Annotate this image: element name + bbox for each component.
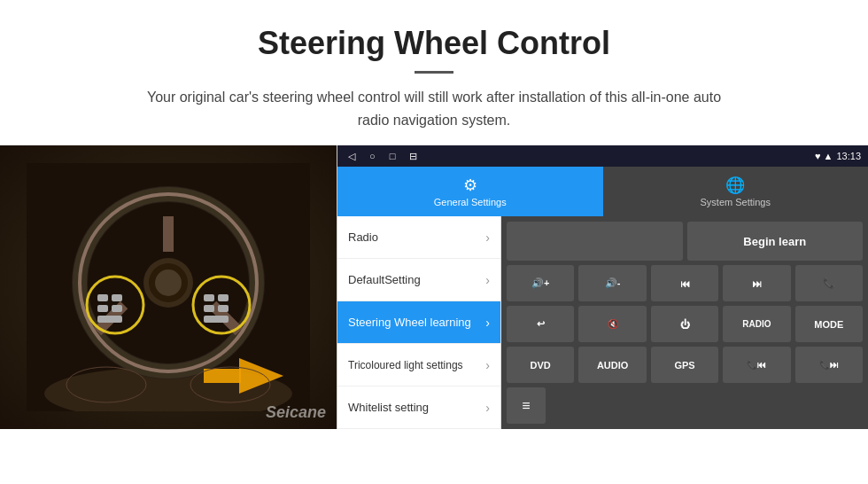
page-header: Steering Wheel Control Your original car… [0,0,868,145]
left-menu: Radio › DefaultSetting › Steering Wheel … [337,216,501,429]
tab-bar: ⚙ General Settings 🌐 System Settings [337,167,868,216]
seicane-watermark: Seicane [266,403,326,422]
tab-system-settings-label: System Settings [701,197,771,207]
menu-item-steering-wheel[interactable]: Steering Wheel learning › [337,301,500,344]
menu-item-whitelist-label: Whitelist setting [348,401,429,414]
menu-item-radio-label: Radio [348,230,378,244]
svg-rect-15 [97,305,108,312]
svg-rect-19 [218,294,229,301]
svg-rect-17 [97,316,122,323]
nav-back-icon[interactable]: ◁ [348,151,355,162]
menu-item-whitelist[interactable]: Whitelist setting › [337,386,500,429]
menu-item-default-chevron: › [485,273,490,287]
phone-button[interactable]: 📞 [795,265,863,301]
title-divider [415,71,453,74]
return-button[interactable]: ↩ [507,306,574,342]
menu-icon-button[interactable]: ≡ [507,387,546,424]
menu-item-steering-chevron: › [485,316,490,330]
tab-system-settings[interactable]: 🌐 System Settings [603,167,869,216]
general-settings-icon: ⚙ [463,176,477,195]
vol-up-button[interactable]: 🔊+ [507,265,574,301]
svg-rect-13 [97,294,108,301]
page-subtitle: Your original car's steering wheel contr… [133,86,735,131]
tab-general-settings-label: General Settings [434,197,507,207]
button-row-4: ≡ [507,387,863,424]
svg-point-10 [155,269,182,296]
menu-item-steering-label: Steering Wheel learning [348,316,471,329]
prev-track-button[interactable]: ⏮ [651,265,718,301]
menu-item-default-setting[interactable]: DefaultSetting › [337,259,500,301]
svg-rect-24 [204,369,241,383]
main-area: Radio › DefaultSetting › Steering Wheel … [337,216,868,429]
status-bar: ◁ ○ □ ⊟ ♥ ▲ 13:13 [337,145,868,167]
nav-home-icon[interactable]: ○ [369,151,376,161]
mode-button[interactable]: MODE [795,306,863,342]
radio-button[interactable]: RADIO [723,306,790,342]
steering-image: Seicane [0,145,337,429]
svg-rect-20 [204,305,214,312]
begin-learn-button[interactable]: Begin learn [687,222,864,261]
mute-button[interactable]: 🔇 [578,306,646,342]
svg-rect-16 [112,305,122,312]
system-settings-icon: 🌐 [725,176,745,195]
page-title: Steering Wheel Control [18,25,850,62]
right-panel: Begin learn 🔊+ 🔊- ⏮ ⏭ 📞 ↩ 🔇 ⏻ RADIO MODE [501,216,868,429]
main-content: Seicane ◁ ○ □ ⊟ ♥ ▲ 13:13 ⚙ General Sett… [0,145,868,429]
gps-button[interactable]: GPS [651,347,718,383]
svg-rect-14 [112,294,122,301]
menu-item-default-label: DefaultSetting [348,273,421,286]
phone-prev-button[interactable]: 📞⏮ [723,347,790,383]
android-ui: ◁ ○ □ ⊟ ♥ ▲ 13:13 ⚙ General Settings 🌐 S… [337,145,868,429]
dvd-button[interactable]: DVD [507,347,574,383]
nav-square-icon[interactable]: □ [390,151,396,161]
button-row-2: ↩ 🔇 ⏻ RADIO MODE [507,306,863,342]
svg-rect-22 [204,316,229,323]
menu-item-tricoloured-chevron: › [485,358,490,372]
empty-button [507,222,683,261]
svg-rect-21 [218,305,229,312]
audio-button[interactable]: AUDIO [578,347,646,383]
power-button[interactable]: ⏻ [651,306,718,342]
phone-next-button[interactable]: 📞⏭ [795,347,863,383]
menu-item-whitelist-chevron: › [485,401,490,415]
top-button-row: Begin learn [507,222,863,261]
button-row-1: 🔊+ 🔊- ⏮ ⏭ 📞 [507,265,863,301]
next-track-button[interactable]: ⏭ [723,265,790,301]
status-time: 13:13 [836,151,861,161]
nav-menu-icon[interactable]: ⊟ [409,151,417,162]
menu-item-tricoloured-label: Tricoloured light settings [348,359,463,371]
tab-general-settings[interactable]: ⚙ General Settings [337,167,603,216]
vol-down-button[interactable]: 🔊- [578,265,646,301]
menu-item-radio-chevron: › [485,230,490,245]
status-icons: ♥ ▲ [815,151,833,161]
menu-item-tricoloured[interactable]: Tricoloured light settings › [337,344,500,386]
button-row-3: DVD AUDIO GPS 📞⏮ 📞⏭ [507,347,863,383]
svg-rect-18 [204,294,214,301]
menu-item-radio[interactable]: Radio › [337,216,500,259]
